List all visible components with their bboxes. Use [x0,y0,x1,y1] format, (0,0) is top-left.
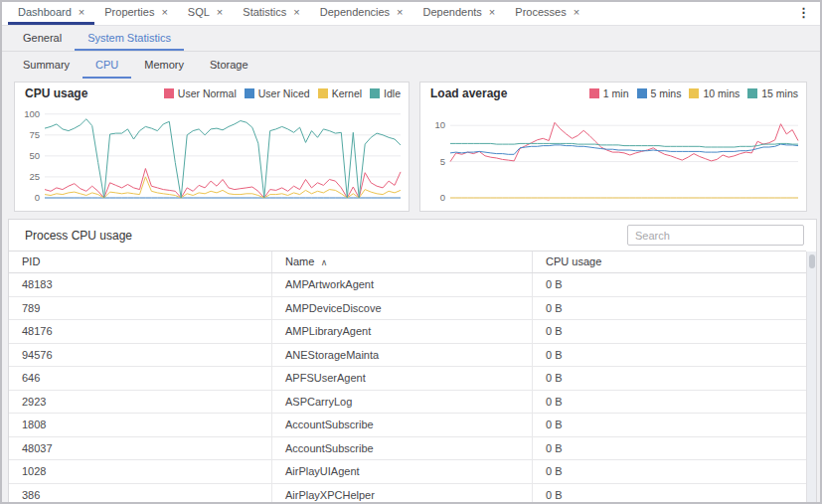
svg-text:5: 5 [440,156,445,167]
cell-pid: 386 [9,484,272,504]
cell-name: APFSUserAgent [272,367,533,390]
close-icon[interactable]: × [574,7,579,18]
legend-swatch [637,88,647,98]
legend-label: User Normal [178,87,237,99]
cell-cpu-usage: 0 B [533,437,806,460]
table-row[interactable]: 646APFSUserAgent0 B [9,367,806,391]
legend-label: Kernel [332,87,362,99]
tab-summary[interactable]: Summary [10,53,82,79]
cell-cpu-usage: 0 B [533,484,806,504]
table-scrollbar[interactable] [806,252,816,504]
close-icon[interactable]: × [217,7,223,18]
legend-swatch [747,88,757,98]
column-header-cpu-usage[interactable]: CPU usage [533,252,806,272]
close-icon[interactable]: × [79,7,84,18]
table-row[interactable]: 1808AccountSubscribe0 B [9,414,806,437]
legend-swatch [164,88,174,98]
load-average-panel: Load average 1 min5 mins10 mins15 mins 0… [419,82,807,212]
legend-label: 10 mins [703,87,740,99]
table-row[interactable]: 386AirPlayXPCHelper0 B [9,484,806,504]
table-row[interactable]: 94576ANEStorageMainta0 B [9,344,806,368]
cell-cpu-usage: 0 B [533,320,806,343]
tab-memory[interactable]: Memory [131,53,197,79]
cell-cpu-usage: 0 B [533,273,806,296]
tab-storage[interactable]: Storage [197,53,261,79]
tab-dependents[interactable]: Dependents× [413,2,506,25]
cell-cpu-usage: 0 B [533,460,806,483]
table-header-row: PIDName ∧CPU usage [9,251,806,273]
cell-name: AccountSubscribe [272,437,533,460]
legend-swatch [370,88,380,98]
cpu-usage-legend: User NormalUser NicedKernelIdle [164,87,401,99]
load-average-chart: 0510 [420,102,806,206]
tab-dependencies[interactable]: Dependencies× [310,2,413,25]
cell-cpu-usage: 0 B [533,297,806,320]
tab-label: Statistics [243,6,286,18]
table-row[interactable]: 1028AirPlayUIAgent0 B [9,460,806,484]
tab-label: SQL [188,6,210,18]
table-body: 48183AMPArtworkAgent0 B789AMPDeviceDisco… [9,273,806,504]
tab-label: Storage [210,59,248,71]
stats-tab-bar: SummaryCPUMemoryStorage [2,53,820,79]
close-icon[interactable]: × [161,7,167,18]
table-row[interactable]: 48183AMPArtworkAgent0 B [9,273,806,297]
legend-item-5-mins: 5 mins [637,87,682,99]
legend-item-10-mins: 10 mins [689,87,740,99]
legend-item-user-niced: User Niced [245,87,310,99]
tab-sql[interactable]: SQL× [178,2,233,25]
close-icon[interactable]: × [397,7,403,18]
svg-text:25: 25 [29,171,40,182]
tab-cpu[interactable]: CPU [82,53,131,79]
cell-cpu-usage: 0 B [533,367,806,390]
sort-ascending-icon: ∧ [318,257,327,267]
kebab-menu-icon[interactable]: ⋮ [793,5,814,20]
process-cpu-usage-panel: Process CPU usage PIDName ∧CPU usage 481… [8,219,817,504]
cell-name: ASPCarryLog [272,391,533,414]
table-scrollbar-thumb[interactable] [809,254,815,268]
cell-cpu-usage: 0 B [533,414,806,436]
column-header-name[interactable]: Name ∧ [272,252,533,272]
tab-statistics[interactable]: Statistics× [233,2,309,25]
cell-name: AirPlayUIAgent [272,460,533,483]
close-icon[interactable]: × [293,7,299,18]
cell-cpu-usage: 0 B [533,344,806,367]
tab-label: General [23,32,62,44]
column-header-pid[interactable]: PID [9,252,272,272]
chart-title: CPU usage [25,86,87,100]
svg-text:0: 0 [35,192,40,203]
cell-pid: 789 [9,297,272,320]
tab-properties[interactable]: Properties× [94,2,178,25]
load-average-legend: 1 min5 mins10 mins15 mins [589,87,798,99]
cell-pid: 94576 [9,344,272,367]
tab-processes[interactable]: Processes× [505,2,589,25]
search-input[interactable] [627,225,804,246]
tab-label: Dependencies [320,6,390,18]
legend-swatch [689,88,699,98]
legend-swatch [318,88,328,98]
load-average-panel-header: Load average 1 min5 mins10 mins15 mins [420,83,806,102]
main-tab-bar: Dashboard×Properties×SQL×Statistics×Depe… [2,2,820,26]
table-row[interactable]: 48037AccountSubscribe0 B [9,437,806,461]
tab-system-statistics[interactable]: System Statistics [75,26,184,51]
table-row[interactable]: 789AMPDeviceDiscove0 B [9,297,806,321]
cell-name: ANEStorageMainta [272,344,533,367]
cell-pid: 2923 [9,391,272,414]
legend-swatch [245,88,254,98]
cell-pid: 1028 [9,460,272,483]
tab-label: Summary [23,59,70,71]
svg-text:50: 50 [29,150,40,161]
tab-label: CPU [95,59,118,71]
tab-dashboard[interactable]: Dashboard× [8,2,94,25]
tab-label: Properties [104,6,154,18]
cell-name: AMPLibraryAgent [272,320,533,343]
table-row[interactable]: 2923ASPCarryLog0 B [9,391,806,415]
close-icon[interactable]: × [489,7,495,18]
cell-name: AccountSubscribe [272,414,533,436]
cpu-usage-chart: 0255075100 [15,102,409,206]
tab-general[interactable]: General [10,26,75,51]
legend-item-idle: Idle [370,87,401,99]
table-row[interactable]: 48176AMPLibraryAgent0 B [9,320,806,344]
legend-item-kernel: Kernel [318,87,362,99]
cell-name: AMPArtworkAgent [272,273,533,296]
dashboard-tab-bar: GeneralSystem Statistics [2,26,820,52]
